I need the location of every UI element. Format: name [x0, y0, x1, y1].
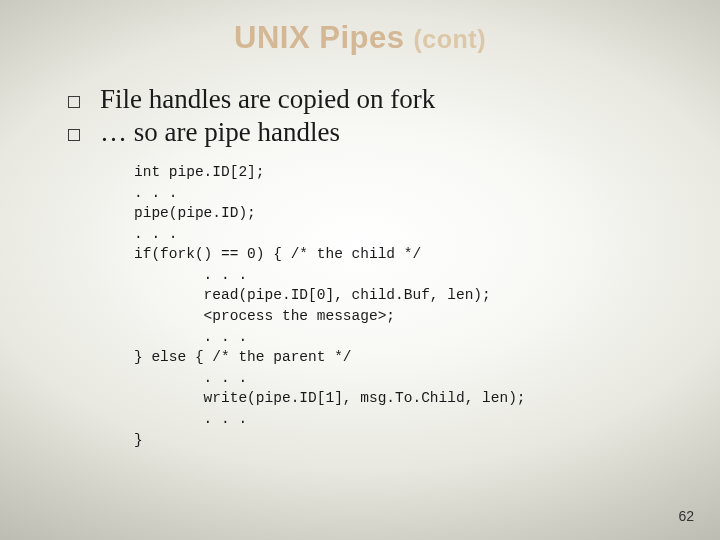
bullet-text: … so are pipe handles	[100, 117, 340, 148]
slide-title: UNIX Pipes (cont)	[40, 20, 680, 56]
code-block: int pipe.ID[2]; . . . pipe(pipe.ID); . .…	[134, 162, 680, 450]
list-item: … so are pipe handles	[68, 117, 680, 148]
page-number: 62	[678, 508, 694, 524]
square-bullet-icon	[68, 96, 80, 108]
list-item: File handles are copied on fork	[68, 84, 680, 115]
title-cont: (cont)	[414, 25, 486, 53]
bullet-list: File handles are copied on fork … so are…	[68, 84, 680, 148]
slide: UNIX Pipes (cont) File handles are copie…	[0, 0, 720, 540]
bullet-text: File handles are copied on fork	[100, 84, 435, 115]
square-bullet-icon	[68, 129, 80, 141]
title-main: UNIX Pipes	[234, 20, 414, 55]
